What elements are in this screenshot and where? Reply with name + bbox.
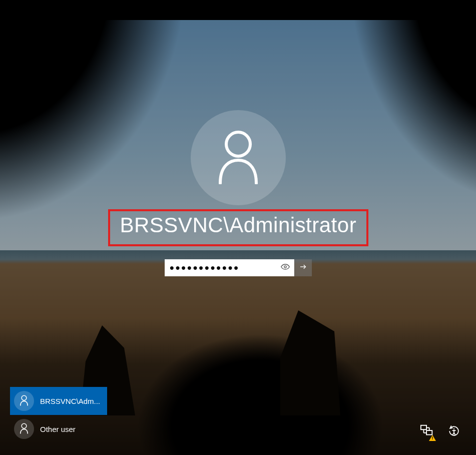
svg-point-11 [453, 428, 454, 429]
eye-icon [280, 262, 290, 274]
password-row [165, 259, 312, 276]
password-input[interactable] [165, 259, 294, 276]
reveal-password-button[interactable] [279, 262, 291, 274]
svg-point-0 [226, 132, 250, 156]
user-switcher: BRSSVNC\Adm... Other user [10, 387, 107, 443]
username-label: BRSSVNC\Administrator [120, 213, 357, 237]
login-panel: BRSSVNC\Administrator [108, 110, 368, 276]
username-highlight-box: BRSSVNC\Administrator [108, 209, 369, 246]
submit-button[interactable] [294, 259, 312, 276]
user-icon [19, 395, 29, 407]
user-tile-avatar [14, 391, 34, 411]
svg-point-4 [22, 423, 27, 428]
svg-rect-6 [426, 430, 432, 434]
svg-point-1 [284, 266, 286, 268]
warning-badge-bang: ! [432, 435, 433, 440]
network-button[interactable]: ! [419, 424, 435, 440]
ease-of-access-button[interactable] [446, 424, 462, 440]
user-tile-label: Other user [40, 425, 76, 433]
user-icon [19, 423, 29, 435]
user-tile-administrator[interactable]: BRSSVNC\Adm... [10, 387, 107, 415]
svg-line-15 [454, 433, 455, 435]
ease-of-access-icon [447, 424, 461, 440]
user-tile-other-user[interactable]: Other user [10, 415, 107, 443]
arrow-right-icon [299, 262, 308, 273]
svg-point-3 [22, 395, 27, 400]
user-tile-avatar [14, 419, 34, 439]
svg-rect-5 [421, 425, 426, 429]
user-avatar [191, 110, 286, 205]
user-tile-label: BRSSVNC\Adm... [40, 397, 100, 405]
password-field-wrapper [165, 259, 294, 276]
user-icon [213, 129, 263, 186]
utility-buttons: ! [419, 424, 462, 440]
